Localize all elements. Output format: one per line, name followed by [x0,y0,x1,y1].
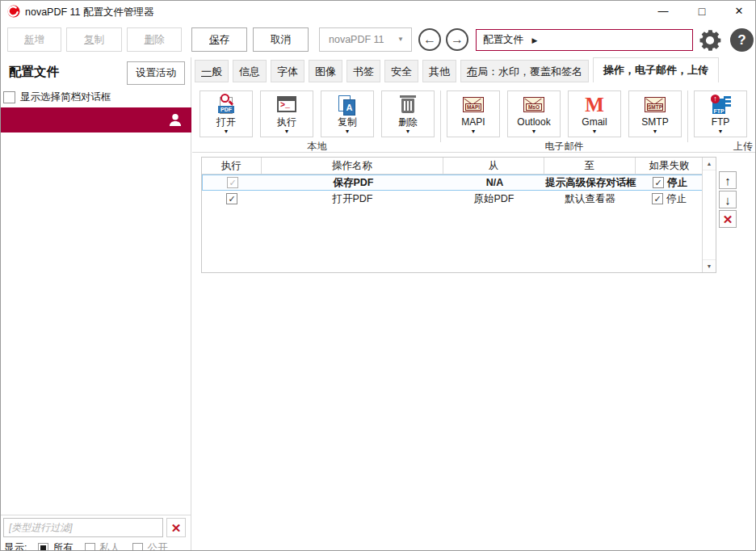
table-scrollbar[interactable]: ▲ ▼ [702,158,716,272]
run-action-button[interactable]: >_ 执行 ▼ [260,90,313,137]
set-active-button[interactable]: 设置活动 [127,61,185,85]
chevron-down-icon: ▼ [345,128,351,135]
settings-tab-bar: 一般 信息 字体 图像 书签 安全 其他 布局：水印，覆盖和签名 操作，电子邮件… [195,57,723,82]
settings-gear-button[interactable] [696,27,724,54]
actions-ribbon: PDF 打开 ▼ >_ 执行 ▼ A 复制 ▼ [192,82,756,154]
tab-bookmarks[interactable]: 书签 [346,60,380,82]
show-label: 显示: [4,541,27,551]
forward-button[interactable]: → [446,28,468,51]
from-cell: 原始PDF [443,192,544,206]
delete-button[interactable]: 删除 [127,27,182,52]
copy-action-button[interactable]: A 复制 ▼ [321,90,374,137]
move-down-button[interactable]: ↓ [719,191,737,208]
execute-checkbox[interactable]: ✓ [227,177,238,188]
tab-actions[interactable]: 操作，电子邮件，上传 [593,57,719,82]
actions-table-header: 执行 操作名称 从 至 如果失败 [202,158,716,175]
tab-security[interactable]: 安全 [384,60,418,82]
ribbon-group-email: MAPI MAPI ▼ MsO Outlook ▼ M Gmail ▼ [447,90,682,154]
ftp-button[interactable]: FTP↑ FTP ▼ [694,90,747,137]
selected-profile-row[interactable] [1,107,191,132]
printer-select[interactable]: novaPDF 11 ▼ [319,27,412,52]
tab-general[interactable]: 一般 [195,60,229,82]
chevron-down-icon: ▼ [471,128,477,135]
title-bar: novaPDF 11 配置文件管理器 — □ ✕ [1,1,756,22]
ribbon-bottom-line [192,152,756,153]
remove-action-button[interactable]: ✕ [719,210,737,228]
from-cell: N/A [444,177,545,188]
back-button[interactable]: ← [418,28,441,51]
pdf-open-icon: PDF [214,94,238,116]
execute-checkbox[interactable]: ✓ [226,193,237,204]
chevron-down-icon: ▼ [397,28,404,51]
sidebar-title: 配置文件 [9,64,59,81]
minimize-button[interactable]: — [645,1,682,22]
filter-all-checkbox[interactable] [38,543,48,551]
outlook-envelope-icon: MsO [522,94,546,116]
tab-graphics[interactable]: 图像 [309,60,342,82]
open-action-button[interactable]: PDF 打开 ▼ [200,90,253,137]
trash-icon [396,94,420,116]
ribbon-group-local: PDF 打开 ▼ >_ 执行 ▼ A 复制 ▼ [200,90,435,154]
move-up-button[interactable]: ↑ [719,171,737,189]
stop-checkbox[interactable]: ✓ [652,193,663,204]
filter-all-label: 所有 [52,541,73,551]
col-from[interactable]: 从 [443,158,544,175]
tab-layout[interactable]: 布局：水印，覆盖和签名 [460,60,589,82]
gmail-button[interactable]: M Gmail ▼ [568,90,621,137]
maximize-button[interactable]: □ [683,1,720,22]
fail-label: 停止 [666,192,687,206]
to-cell: 默认查看器 [544,192,636,206]
save-button[interactable]: 保存 [191,27,247,52]
printer-select-value: novaPDF 11 [329,34,384,45]
breadcrumb-arrow-icon: ▶ [531,36,537,44]
chevron-down-icon: ▼ [718,128,724,135]
outlook-button[interactable]: MsO Outlook ▼ [507,90,561,137]
ribbon-group-upload: FTP↑ FTP ▼ 上传 [694,90,747,154]
ribbon-separator [687,90,688,142]
novapdf-logo-icon [7,5,20,18]
stop-checkbox[interactable]: ✓ [653,177,664,188]
show-select-dialog-label: 显示选择简档对话框 [20,90,111,104]
scroll-down-button[interactable]: ▼ [703,259,716,272]
breadcrumb[interactable]: 配置文件 ▶ [476,29,693,51]
show-select-dialog-checkbox[interactable] [3,91,15,103]
filter-private-label: 私人 [99,541,120,551]
cancel-button[interactable]: 取消 [253,27,309,52]
mapi-button[interactable]: MAPI MAPI ▼ [447,90,500,137]
delete-action-ribbon-button[interactable]: 删除 ▼ [381,90,435,137]
ftp-icon: FTP↑ [708,94,733,116]
tab-info[interactable]: 信息 [233,60,267,82]
tab-other[interactable]: 其他 [422,60,456,82]
col-to[interactable]: 至 [544,158,636,175]
chevron-down-icon: ▼ [284,128,290,135]
table-row-open-pdf[interactable]: ✓ 打开PDF 原始PDF 默认查看器 ✓ 停止 [202,191,716,207]
scroll-up-button[interactable]: ▲ [703,158,716,170]
user-icon [167,111,183,128]
chevron-down-icon: ▼ [531,128,537,135]
chevron-down-icon: ▼ [653,128,658,135]
filter-public-checkbox[interactable] [132,543,143,551]
table-row-save-pdf[interactable]: ✓ 保存PDF N/A 提示高级保存对话框 ✓ 停止 [202,175,716,191]
smtp-button[interactable]: SMTP SMTP ▼ [628,90,682,137]
new-button[interactable]: 新增 [7,27,61,52]
window-title: novaPDF 11 配置文件管理器 [25,6,154,19]
profile-filter-input[interactable] [3,518,163,537]
action-name-cell: 保存PDF [262,176,444,190]
clear-filter-button[interactable]: ✕ [166,518,186,537]
chevron-down-icon: ▼ [405,128,411,135]
col-action-name[interactable]: 操作名称 [262,158,443,175]
row-controls: ↑ ↓ ✕ [719,171,737,228]
filter-private-checkbox[interactable] [85,543,95,551]
help-button[interactable]: ? [730,28,754,52]
copy-pages-icon: A [335,94,359,116]
mapi-envelope-icon: MAPI [461,94,485,116]
col-execute[interactable]: 执行 [202,158,262,175]
copy-button[interactable]: 复制 [66,27,122,52]
tab-fonts[interactable]: 字体 [271,60,304,82]
chevron-down-icon: ▼ [224,128,229,135]
actions-table: 执行 操作名称 从 至 如果失败 ✓ 保存PDF N/A 提示高级保存对话框 ✓… [201,157,716,273]
sidebar-divider [1,515,191,515]
col-if-fail[interactable]: 如果失败 [636,158,703,175]
close-button[interactable]: ✕ [720,1,756,22]
fail-label: 停止 [667,176,687,190]
